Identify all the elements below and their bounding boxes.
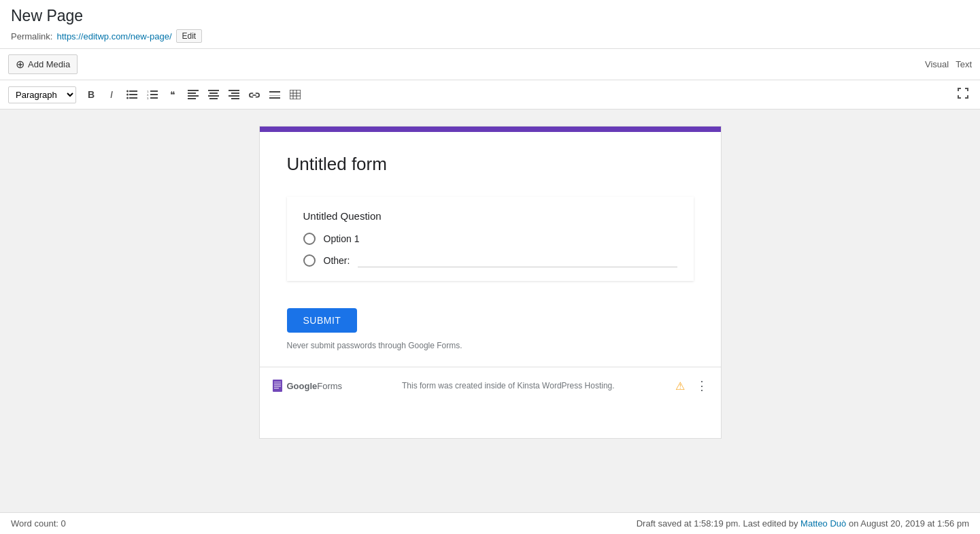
svg-rect-24 [269,91,280,93]
submit-button[interactable]: SUBMIT [287,308,358,333]
align-left-button[interactable] [184,86,203,103]
svg-point-4 [126,94,129,96]
tab-text[interactable]: Text [956,59,972,69]
svg-rect-27 [290,90,301,99]
svg-rect-21 [231,93,239,94]
svg-rect-23 [231,98,239,99]
page-header: New Page Permalink: https://editwp.com/n… [0,0,980,49]
svg-rect-35 [274,388,279,388]
form-submit-area: SUBMIT Never submit passwords through Go… [260,292,721,361]
svg-point-3 [126,90,129,93]
more-options-button[interactable]: ⋮ [694,377,709,395]
ordered-list-button[interactable]: 1.2.3. [143,86,162,103]
more-options-icon: ⋮ [696,378,708,393]
permalink-label: Permalink: [11,31,52,41]
form-option-other: Other: [303,253,677,267]
svg-rect-14 [188,95,199,97]
svg-rect-19 [209,98,218,99]
svg-rect-0 [129,90,137,92]
svg-rect-18 [208,95,219,97]
svg-rect-13 [188,93,196,94]
google-forms-logo: GoogleForms [271,379,343,393]
editor-tabs: Visual Text [925,59,972,69]
svg-rect-12 [188,90,199,91]
other-option-label: Other: [324,255,350,266]
italic-button[interactable]: I [102,86,121,103]
editor-area[interactable]: Untitled form Untitled Question Option 1… [0,110,980,490]
svg-rect-26 [269,97,280,99]
option-1-label: Option 1 [324,233,360,244]
bold-button[interactable]: B [82,86,101,103]
form-content-area: Untitled form Untitled Question Option 1… [260,132,721,281]
footer-center-text: This form was created inside of Kinsta W… [402,381,615,390]
align-right-button[interactable] [224,86,243,103]
svg-rect-25 [269,95,280,96]
paragraph-select[interactable]: Paragraph [8,86,76,103]
tab-visual[interactable]: Visual [925,59,949,69]
other-option-input[interactable] [358,253,677,267]
align-center-button[interactable] [204,86,223,103]
form-title: Untitled form [287,154,694,175]
form-header-bar [260,127,721,132]
unordered-list-button[interactable] [122,86,141,103]
horizontal-rule-button[interactable] [265,86,284,103]
add-media-label: Add Media [28,59,70,69]
form-question-section: Untitled Question Option 1 Other: [287,197,694,281]
svg-rect-36 [274,382,281,382]
svg-text:3.: 3. [147,97,149,100]
google-forms-icon [271,379,284,393]
svg-rect-7 [150,94,158,95]
radio-option-1[interactable] [303,233,316,245]
link-button[interactable] [245,86,264,103]
toolbar-left: ⊕ Add Media [8,54,78,74]
table-button[interactable] [286,86,305,103]
svg-rect-20 [229,90,239,91]
page-title: New Page [11,7,969,25]
google-forms-footer: GoogleForms This form was created inside… [260,367,721,404]
svg-rect-8 [150,97,158,99]
svg-rect-33 [274,384,281,384]
radio-option-other[interactable] [303,254,316,267]
fullscreen-button[interactable] [954,84,972,105]
footer-icons: ⚠ ⋮ [674,377,709,395]
google-text: Google [287,381,318,391]
svg-rect-1 [129,94,137,95]
main-toolbar: ⊕ Add Media Visual Text [0,49,980,80]
svg-rect-2 [129,97,137,99]
format-bar: Paragraph B I 1.2.3. ❝ [0,80,980,110]
warning-icon-button[interactable]: ⚠ [674,378,686,394]
svg-rect-16 [208,90,219,91]
format-bar-left: Paragraph B I 1.2.3. ❝ [8,86,305,103]
form-embed-wrapper: Untitled form Untitled Question Option 1… [259,126,722,439]
add-media-button[interactable]: ⊕ Add Media [8,54,78,74]
permalink-row: Permalink: https://editwp.com/new-page/ … [11,29,969,43]
forms-text: Forms [317,381,342,391]
blockquote-button[interactable]: ❝ [163,86,182,103]
svg-rect-6 [150,90,158,92]
svg-rect-17 [209,93,218,94]
svg-rect-34 [274,386,281,386]
svg-rect-15 [188,98,196,99]
password-notice: Never submit passwords through Google Fo… [287,341,694,350]
permalink-edit-button[interactable]: Edit [176,29,203,43]
svg-point-5 [126,97,129,99]
svg-rect-22 [229,95,239,97]
form-option-1: Option 1 [303,233,677,245]
permalink-link[interactable]: https://editwp.com/new-page/ [56,31,171,41]
add-media-icon: ⊕ [16,58,24,71]
warning-icon: ⚠ [675,380,685,393]
form-question-title: Untitled Question [303,210,677,222]
